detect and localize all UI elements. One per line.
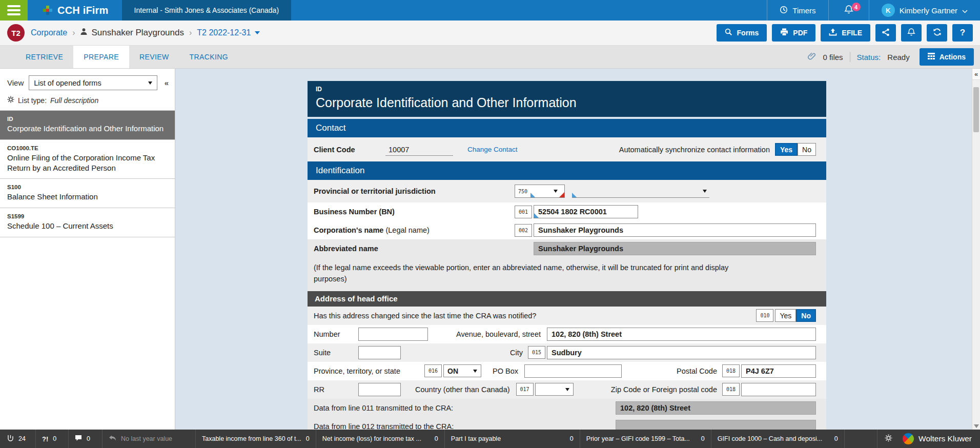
bn-field-code: 001 — [515, 206, 532, 218]
section-contact: Contact — [308, 119, 826, 137]
row-line012-transmitted: Data from line 012 transmitted to the CR… — [308, 417, 826, 430]
questions-counter[interactable]: ?! 0 — [36, 430, 69, 448]
sync-no-option[interactable]: No — [798, 143, 816, 156]
status-value: Ready — [887, 53, 909, 62]
share-button[interactable] — [875, 24, 896, 42]
jurisdiction-label: Provincial or territorial jurisdiction — [314, 187, 515, 195]
rr-input[interactable] — [358, 383, 401, 396]
breadcrumb-client-link[interactable]: Sunshaker Playgrounds — [80, 28, 184, 38]
sync-yes-option[interactable]: Yes — [775, 143, 798, 156]
hamburger-menu-button[interactable] — [0, 0, 28, 21]
comments-counter[interactable]: 0 — [69, 430, 103, 448]
breadcrumb-module-link[interactable]: Corporate — [31, 28, 67, 37]
row-number-street: Number Avenue, boulevard, street 102, 82… — [308, 325, 826, 343]
sync-recycle-icon — [933, 28, 942, 38]
alerts-button[interactable] — [901, 24, 922, 42]
wolters-kluwer-logo-icon — [903, 433, 914, 444]
metric-net-income[interactable]: Net income (loss) for income tax ... 0 — [316, 430, 445, 448]
address-changed-yes-option[interactable]: Yes — [775, 309, 796, 322]
paperclip-icon[interactable] — [808, 52, 816, 63]
files-count[interactable]: 0 files — [823, 53, 843, 62]
change-contact-link[interactable]: Change Contact — [467, 146, 518, 153]
row-corporation-name: Corporation's name (Legal name) 002 Suns… — [308, 221, 826, 239]
postal-code-label: Postal Code — [677, 367, 717, 375]
wolters-kluwer-name: Wolters Kluwer — [918, 434, 972, 443]
street-input[interactable]: 102, 820 (8th) Street — [547, 328, 816, 341]
main-scrollbar[interactable]: « — [972, 69, 980, 430]
country-select[interactable] — [535, 383, 574, 396]
breadcrumb-separator: › — [72, 28, 75, 37]
tabbar-right: 0 files Status: Ready Actions — [808, 46, 980, 68]
diagnostics-counter[interactable]: 24 — [0, 430, 36, 448]
jurisdiction-select[interactable]: 750 — [515, 185, 565, 198]
list-type-value: Full description — [50, 96, 98, 105]
efile-button[interactable]: EFILE — [821, 24, 870, 42]
suite-input[interactable] — [358, 346, 401, 359]
city-input[interactable]: Sudbury — [547, 346, 816, 359]
address-changed-no-option[interactable]: No — [796, 309, 816, 322]
actions-button[interactable]: Actions — [920, 48, 974, 66]
user-menu[interactable]: K Kimberly Gartner — [869, 0, 980, 21]
form-header: ID Corporate Identification and Other In… — [308, 81, 826, 117]
province-select[interactable]: ON — [443, 364, 481, 377]
tenant-selector[interactable]: Internal - Smith Jones & Associates (Can… — [122, 0, 291, 21]
collapse-sidebar-button[interactable]: « — [162, 78, 171, 87]
section-head-office-address: Address of head office — [308, 291, 826, 307]
metric-prior-year-gifi1599[interactable]: Prior year – GIFI code 1599 – Tota... 0 — [580, 430, 711, 448]
scroll-down-arrow[interactable] — [972, 424, 980, 428]
postal-field-code: 018 — [722, 364, 740, 377]
tab-review[interactable]: REVIEW — [129, 46, 179, 68]
client-code-field[interactable]: 10007 — [385, 144, 453, 156]
timers-button[interactable]: Timers — [767, 0, 828, 21]
last-year-value-indicator[interactable]: No last year value — [103, 430, 196, 448]
avatar: K — [882, 4, 895, 17]
bn-input[interactable]: 52504 1802 RC0001 — [534, 205, 638, 218]
search-icon — [725, 28, 732, 37]
collapse-right-panel-button[interactable]: « — [972, 69, 980, 80]
metric-taxable-income[interactable]: Taxable income from line 360 of t... 0 — [196, 430, 316, 448]
tab-prepare[interactable]: PREPARE — [73, 46, 129, 68]
metric-gifi1000-cash[interactable]: GIFI code 1000 – Cash and deposi... 0 — [711, 430, 845, 448]
pobox-input[interactable] — [524, 364, 622, 378]
bn-label: Business Number (BN) — [314, 208, 515, 216]
chevron-down-icon — [565, 388, 569, 391]
bell-icon — [907, 28, 915, 38]
row-province-postal: Province, territory, or state 016 ON PO … — [308, 362, 826, 380]
view-select[interactable]: List of opened forms — [29, 75, 157, 90]
abbrev-name-readonly: Sunshaker Playgrounds — [534, 242, 816, 255]
section-identification: Identification — [308, 161, 826, 180]
scrollbar-thumb[interactable] — [973, 87, 979, 132]
help-button[interactable]: ? — [952, 24, 973, 42]
city-label: City — [510, 349, 523, 357]
pdf-button[interactable]: PDF — [772, 24, 815, 42]
notifications-button[interactable]: 4 — [828, 0, 869, 21]
statusbar: 24 ?! 0 0 No last year value Taxable inc… — [0, 430, 980, 448]
workflow-tabbar: RETRIEVE PREPARE REVIEW TRACKING 0 files… — [0, 46, 980, 69]
chevron-down-icon[interactable] — [255, 31, 260, 34]
breadcrumb-separator: › — [189, 28, 192, 37]
number-input[interactable] — [358, 328, 428, 341]
chevron-down-icon — [962, 6, 968, 15]
province-field-code: 016 — [424, 364, 442, 377]
clock-icon — [780, 6, 788, 15]
tab-tracking[interactable]: TRACKING — [179, 46, 239, 68]
corp-name-input[interactable]: Sunshaker Playgrounds — [534, 223, 816, 237]
form-list-item-s100[interactable]: S100 Balance Sheet Information — [0, 179, 175, 208]
zip-input[interactable] — [741, 383, 816, 396]
sync-button[interactable] — [927, 24, 947, 42]
metric-part1-tax[interactable]: Part I tax payable 0 — [445, 430, 580, 448]
form-list-item-id[interactable]: ID Corporate Identification and Other In… — [0, 111, 175, 140]
forms-button[interactable]: Forms — [717, 24, 767, 42]
form-list-item-co1000te[interactable]: CO1000.TE Online Filing of the Corporati… — [0, 140, 175, 179]
abbrev-name-label: Abbreviated name — [314, 245, 515, 253]
tab-retrieve[interactable]: RETRIEVE — [15, 46, 73, 68]
breadcrumb-return-link[interactable]: T2 2022-12-31 — [197, 28, 251, 37]
list-type-row[interactable]: List type: Full description — [0, 95, 175, 110]
country-field-code: 017 — [516, 383, 534, 396]
view-label: View — [7, 78, 24, 87]
postal-code-input[interactable]: P4J 6Z7 — [741, 364, 816, 378]
jurisdiction-secondary-select[interactable] — [572, 185, 709, 198]
chevron-down-icon — [554, 190, 558, 193]
form-list-item-s1599[interactable]: S1599 Schedule 100 – Current Assets — [0, 208, 175, 237]
statusbar-settings-button[interactable] — [877, 430, 900, 448]
